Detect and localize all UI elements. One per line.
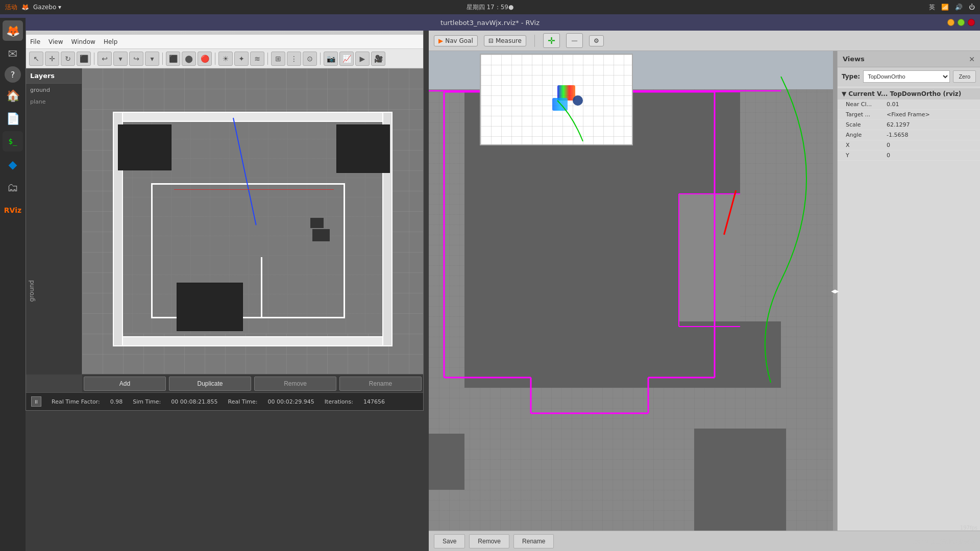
near-clip-value: 0.01	[887, 101, 899, 108]
y-label: Y	[846, 152, 887, 159]
mail-act-icon[interactable]: ✉	[3, 43, 23, 64]
system-bar: 活动 🦊 Gazebo ▾ 星期四 17：59● 英 📶 🔊 ⏻	[0, 0, 980, 14]
wireframe-btn[interactable]: ⋮	[287, 52, 301, 66]
prop-row-angle: Angle -1.5658	[838, 130, 980, 140]
nav-goal-label: Nav Goal	[445, 37, 473, 44]
lang-indicator[interactable]: 英	[929, 3, 935, 12]
rviz-map-viewport[interactable]	[429, 51, 837, 531]
layer-plane[interactable]: plane	[26, 96, 82, 107]
gazebo-menu-window[interactable]: Window	[71, 38, 95, 45]
scale-label: Scale	[846, 121, 887, 128]
remove-button[interactable]: Remove	[254, 377, 336, 391]
views-panel: Views ✕ Type: TopDownOrtho Zero ▼ Curren…	[837, 51, 980, 551]
near-clip-label: Near Cl...	[846, 101, 887, 108]
files-act-icon[interactable]: 📄	[3, 108, 23, 129]
prop-row-scale: Scale 62.1297	[838, 120, 980, 130]
remove-goal-btn[interactable]: −	[566, 33, 583, 48]
nav-line-red-ext	[257, 189, 334, 190]
cylinder-insert-btn[interactable]: 🔴	[198, 52, 212, 66]
light-btn[interactable]: ☀	[218, 52, 233, 66]
rviz-save-btn[interactable]: Save	[434, 534, 465, 548]
home-act-icon[interactable]: 🏠	[3, 85, 23, 106]
remove-icon: −	[571, 35, 578, 46]
gazebo-menubar: File View Window Help	[26, 35, 423, 49]
record-btn[interactable]: ▶	[355, 52, 370, 66]
firefox-act-icon[interactable]: 🦊	[3, 20, 23, 41]
nav-goal-btn[interactable]: ▶ Nav Goal	[434, 35, 478, 46]
translate-tool-btn[interactable]: ✛	[45, 52, 59, 66]
sim-time-value: 00 00:08:21.855	[171, 398, 217, 405]
expand-icon: ▼	[842, 90, 846, 97]
views-type-select[interactable]: TopDownOrtho	[863, 70, 950, 83]
map-ext-br	[679, 321, 781, 388]
target-label: Target ...	[846, 111, 887, 118]
joints-btn[interactable]: ⊙	[303, 52, 317, 66]
rviz-minimize-btn[interactable]	[947, 19, 954, 26]
wifi-icon: 📶	[941, 4, 949, 11]
rviz-area: ▶ Nav Goal ⊟ Measure ✛ − ⚙	[429, 31, 980, 551]
shadows-btn[interactable]: ≋	[250, 52, 264, 66]
system-bar-left: 活动 🦊 Gazebo ▾	[5, 3, 61, 12]
pause-btn[interactable]: ⏸	[31, 396, 41, 407]
measure-btn[interactable]: ⊟ Measure	[484, 35, 526, 46]
help-act-icon[interactable]: ?	[5, 66, 21, 83]
gazebo-app-label[interactable]: Gazebo ▾	[33, 4, 61, 11]
panel-resizer[interactable]: ◀▶	[833, 51, 837, 531]
gazebo-menu-file[interactable]: File	[30, 38, 40, 45]
sphere-insert-btn[interactable]: ⬤	[182, 52, 196, 66]
add-icon: ✛	[548, 35, 555, 46]
add-button[interactable]: Add	[84, 377, 166, 391]
box-small-2	[312, 229, 330, 241]
rviz-remove-btn[interactable]: Remove	[469, 534, 509, 548]
robot-view-path-svg	[481, 55, 632, 144]
box-insert-btn[interactable]: ⬛	[166, 52, 180, 66]
point-light-btn[interactable]: ✦	[234, 52, 249, 66]
real-time-value: 00 00:02:29.945	[267, 398, 314, 405]
add-goal-btn[interactable]: ✛	[543, 33, 560, 48]
views-close-btn[interactable]: ✕	[969, 55, 975, 63]
scale-tool-btn[interactable]: ⬛	[77, 52, 91, 66]
system-bar-center: 星期四 17：59●	[467, 3, 514, 12]
rviz-maximize-btn[interactable]	[958, 19, 965, 26]
terminal-act-icon[interactable]: $_	[3, 131, 23, 152]
undo-btn[interactable]: ↩	[97, 52, 112, 66]
map-obstacle-bl	[429, 434, 464, 490]
measure-icon: ⊟	[488, 37, 494, 44]
rotate-tool-btn[interactable]: ↻	[61, 52, 75, 66]
box-top-right[interactable]	[336, 124, 390, 173]
rviz-close-btn[interactable]	[968, 19, 975, 26]
activity-bar: 🦊 ✉ ? 🏠 📄 $_ ◆ 🗂 RViz	[0, 18, 26, 551]
rviz-act-icon[interactable]: RViz	[3, 200, 23, 220]
redo-dropdown-btn[interactable]: ▾	[145, 52, 159, 66]
vscode-act-icon[interactable]: ◆	[3, 154, 23, 174]
select-tool-btn[interactable]: ↖	[29, 52, 43, 66]
grid-btn[interactable]: ⊞	[271, 52, 285, 66]
rviz-toolbar: ▶ Nav Goal ⊟ Measure ✛ − ⚙	[429, 31, 980, 51]
box-top-left[interactable]	[118, 124, 172, 170]
undo-dropdown-btn[interactable]: ▾	[113, 52, 128, 66]
gazebo-menu-view[interactable]: View	[48, 38, 63, 45]
layer-ground[interactable]: ground	[26, 84, 82, 96]
firefox-icon[interactable]: 🦊	[21, 4, 29, 11]
robot-mini-view	[480, 54, 633, 145]
duplicate-button[interactable]: Duplicate	[169, 377, 251, 391]
settings-btn[interactable]: ⚙	[589, 35, 604, 46]
path-btn[interactable]: 📈	[339, 52, 354, 66]
layers-panel: Layers ground plane ground	[26, 68, 82, 374]
rviz-rename-btn[interactable]: Rename	[513, 534, 554, 548]
gazebo-menu-help[interactable]: Help	[104, 38, 117, 45]
volume-icon: 🔊	[955, 4, 963, 11]
prop-row-near-clip: Near Cl... 0.01	[838, 99, 980, 110]
gazebo-viewport[interactable]	[82, 68, 423, 374]
activity-label: 活动	[5, 3, 17, 12]
layers-act-icon[interactable]: 🗂	[3, 177, 23, 197]
views-zero-btn[interactable]: Zero	[953, 70, 976, 83]
redo-btn[interactable]: ↪	[129, 52, 143, 66]
screenshot-btn[interactable]: 📷	[324, 52, 338, 66]
box-bottom[interactable]	[177, 283, 243, 331]
views-current-section: ▼ Current V... TopDownOrtho (rviz) Near …	[838, 86, 980, 163]
nav-goal-icon: ▶	[438, 37, 443, 44]
log-btn[interactable]: 🎥	[371, 52, 385, 66]
rename-button[interactable]: Rename	[339, 377, 422, 391]
toolbar-sep-2	[162, 53, 163, 65]
